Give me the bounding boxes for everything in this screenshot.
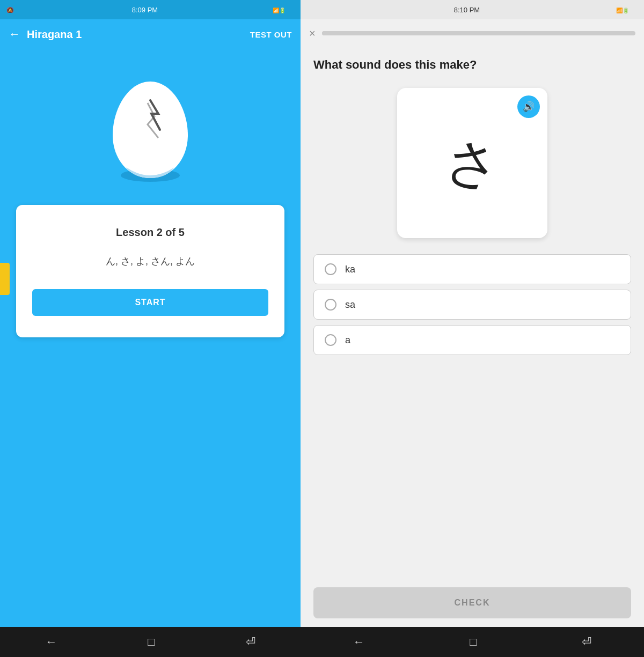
signal-icons: 📶🔋: [273, 6, 294, 13]
answer-option-1[interactable]: ka: [313, 254, 631, 284]
status-bar-right: 8:10 PM 📶🔋: [301, 0, 644, 19]
radio-1: [325, 263, 336, 275]
egg-container: [0, 49, 301, 200]
sound-button[interactable]: 🔊: [517, 95, 540, 118]
svg-text:📶🔋: 📶🔋: [616, 7, 630, 13]
answer-options: ka sa a: [301, 249, 644, 360]
nav-recent-right[interactable]: ⏎: [582, 635, 591, 649]
hiragana-character: さ: [445, 136, 500, 190]
left-panel: 🔕 8:09 PM 📶🔋 ← Hiragana 1 TEST OUT: [0, 0, 301, 657]
check-button[interactable]: CHECK: [313, 587, 631, 618]
right-time: 8:10 PM: [454, 6, 480, 14]
nav-bar-left: ← □ ⏎: [0, 627, 301, 657]
nav-home-left[interactable]: □: [148, 635, 155, 649]
yellow-tab: [0, 263, 10, 295]
speaker-icon: 🔊: [523, 101, 535, 113]
close-button[interactable]: ×: [309, 27, 316, 40]
right-signal-icons: 📶🔋: [616, 6, 638, 13]
nav-home-right[interactable]: □: [470, 635, 477, 649]
svg-text:🔕: 🔕: [6, 6, 14, 13]
right-status-icons: 📶🔋: [616, 6, 638, 13]
svg-text:📶🔋: 📶🔋: [273, 7, 286, 13]
progress-bar: [322, 31, 635, 35]
notification-icon: 🔕: [6, 6, 15, 13]
radio-3: [325, 334, 336, 346]
lesson-characters: ん, さ, よ, さん, よん: [106, 255, 195, 268]
status-bar-left: 🔕 8:09 PM 📶🔋: [0, 0, 301, 19]
test-out-button[interactable]: TEST OUT: [250, 30, 292, 39]
lesson-title: Lesson 2 of 5: [116, 226, 185, 239]
nav-title: Hiragana 1: [27, 28, 250, 41]
quiz-top-bar: ×: [301, 19, 644, 47]
character-card-container: 🔊 さ: [301, 77, 644, 249]
nav-bar-right: ← □ ⏎: [301, 627, 644, 657]
progress-fill: [322, 31, 620, 35]
answer-option-2[interactable]: sa: [313, 290, 631, 320]
left-status-icons: 📶🔋: [273, 6, 294, 13]
left-time: 8:09 PM: [132, 6, 158, 14]
nav-recent-left[interactable]: ⏎: [246, 635, 255, 649]
top-nav: ← Hiragana 1 TEST OUT: [0, 19, 301, 49]
egg-illustration: [97, 71, 204, 189]
nav-back-left[interactable]: ←: [45, 635, 57, 649]
back-button[interactable]: ←: [9, 27, 20, 41]
nav-back-right[interactable]: ←: [353, 635, 365, 649]
quiz-question: What sound does this make?: [301, 47, 644, 77]
answer-option-3[interactable]: a: [313, 325, 631, 355]
option-text-3: a: [345, 335, 350, 346]
check-button-container: CHECK: [301, 579, 644, 627]
character-card: 🔊 さ: [397, 88, 547, 238]
start-button[interactable]: START: [32, 289, 268, 316]
lesson-card: Lesson 2 of 5 ん, さ, よ, さん, よん START: [16, 205, 284, 337]
option-text-1: ka: [345, 264, 355, 275]
option-text-2: sa: [345, 299, 355, 311]
radio-2: [325, 299, 336, 311]
right-panel: 8:10 PM 📶🔋 × What sound does this make? …: [301, 0, 644, 657]
